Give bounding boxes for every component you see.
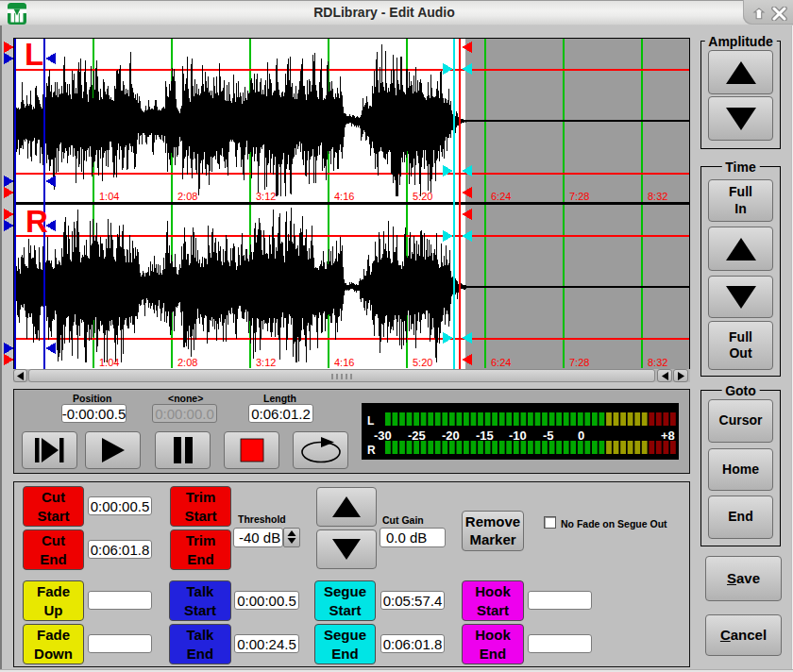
svg-text:8:32: 8:32	[648, 191, 667, 202]
svg-text:7:28: 7:28	[569, 357, 589, 368]
svg-text:3:12: 3:12	[256, 191, 276, 202]
svg-text:1:04: 1:04	[99, 191, 119, 202]
svg-text:-15: -15	[476, 428, 494, 443]
svg-text:4:16: 4:16	[334, 191, 354, 202]
svg-text:R: R	[367, 444, 376, 457]
svg-text:-10: -10	[509, 428, 527, 443]
svg-text:8:32: 8:32	[648, 357, 667, 368]
svg-text:5:20: 5:20	[413, 191, 432, 202]
svg-text:3:12: 3:12	[256, 357, 276, 368]
svg-text:-30: -30	[374, 428, 392, 443]
svg-text:-25: -25	[408, 428, 426, 443]
svg-text:+8: +8	[661, 428, 675, 443]
svg-text:2:08: 2:08	[177, 357, 197, 368]
svg-text:L: L	[367, 414, 374, 428]
svg-text:4:16: 4:16	[334, 357, 354, 368]
svg-text:-5: -5	[543, 428, 554, 443]
svg-text:0: 0	[578, 428, 584, 443]
svg-text:-20: -20	[442, 428, 460, 443]
svg-text:7:28: 7:28	[569, 191, 589, 202]
svg-text:1:04: 1:04	[99, 357, 119, 368]
svg-text:L: L	[25, 38, 43, 72]
svg-text:6:24: 6:24	[491, 357, 511, 368]
svg-text:5:20: 5:20	[413, 357, 432, 368]
svg-text:6:24: 6:24	[491, 191, 511, 202]
svg-text:R: R	[25, 204, 48, 239]
svg-text:2:08: 2:08	[177, 191, 197, 202]
